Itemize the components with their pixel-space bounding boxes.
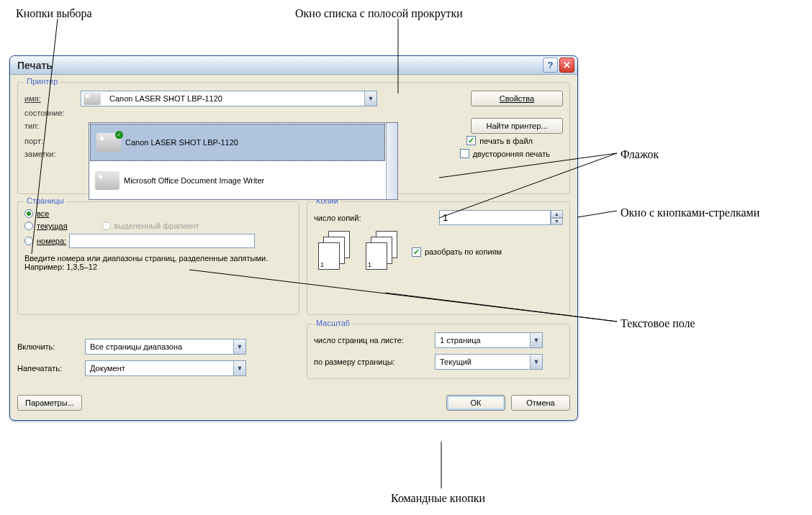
radio-numbers-label: номера:	[37, 237, 66, 245]
pages-per-sheet-combo[interactable]: 1 страница ▼	[435, 332, 543, 348]
find-printer-button[interactable]: Найти принтер...	[471, 118, 563, 134]
dropdown-item[interactable]: Microsoft Office Document Image Writer	[89, 162, 386, 199]
collate-checkbox[interactable]: ✓ разобрать по копиям	[412, 247, 502, 257]
print-what-combo[interactable]: Документ ▼	[85, 360, 246, 376]
chevron-down-icon[interactable]: ▼	[530, 355, 542, 369]
printer-icon	[95, 171, 119, 190]
print-to-file-checkbox[interactable]: ✓ печать в файл	[466, 136, 533, 145]
dropdown-item-label: Canon LASER SHOT LBP-1120	[125, 138, 238, 147]
spin-up-icon[interactable]: ▲	[551, 210, 563, 218]
properties-button[interactable]: Свойства	[471, 91, 563, 106]
callout-list: Окно списка с полосой прокрутки	[295, 7, 463, 20]
scrollbar[interactable]	[386, 123, 397, 199]
spin-down-icon[interactable]: ▼	[551, 218, 563, 226]
fit-value: Текущий	[436, 357, 530, 366]
collate-label: разобрать по копиям	[425, 247, 502, 256]
close-button[interactable]: ✕	[559, 58, 574, 73]
radio-icon	[24, 209, 33, 218]
chevron-down-icon[interactable]: ▼	[364, 91, 376, 106]
callout-radio: Кнопки выбора	[16, 7, 92, 20]
radio-icon	[102, 222, 111, 230]
check-icon: ✓	[466, 136, 476, 145]
radio-icon	[24, 222, 33, 230]
printer-name-combo[interactable]: Canon LASER SHOT LBP-1120 ▼	[81, 91, 377, 106]
radio-selection-label: выделенный фрагмент	[114, 222, 199, 230]
duplex-label: двусторонняя печать	[473, 150, 550, 158]
label-fit: по размеру страницы:	[314, 357, 435, 366]
dropdown-item-label: Microsoft Office Document Image Writer	[124, 176, 264, 185]
label-copies: число копий:	[314, 214, 393, 222]
collate-illustration: 1 1	[318, 231, 400, 271]
chevron-down-icon[interactable]: ▼	[233, 339, 245, 354]
duplex-checkbox[interactable]: двусторонняя печать	[460, 149, 550, 158]
cancel-button[interactable]: Отмена	[511, 395, 570, 411]
copies-value[interactable]	[439, 210, 551, 225]
callout-textfield: Текстовое поле	[621, 317, 695, 330]
print-what-value: Документ	[86, 364, 233, 373]
callout-checkbox: Флажок	[621, 148, 659, 161]
label-port: порт:	[24, 137, 81, 145]
radio-current[interactable]: текущая	[24, 222, 68, 230]
dropdown-item-selected[interactable]: Canon LASER SHOT LBP-1120	[90, 124, 385, 161]
label-notes: заметки:	[24, 150, 81, 158]
callout-command: Командные кнопки	[391, 492, 485, 505]
print-dialog: Печать ? ✕ Принтер имя: Canon LASER SHOT…	[9, 55, 578, 421]
scale-group-title: Масштаб	[313, 319, 353, 327]
copies-group: Копии число копий: ▲ ▼	[307, 201, 570, 315]
include-combo[interactable]: Все страницы диапазона ▼	[85, 339, 246, 355]
label-print: Напечатать:	[17, 364, 85, 373]
scale-group: Масштаб число страниц на листе: 1 страни…	[307, 324, 570, 379]
radio-current-label: текущая	[37, 222, 68, 230]
radio-selection: выделенный фрагмент	[102, 222, 199, 230]
callout-spinner: Окно с кнопками-стрелками	[621, 206, 759, 219]
pages-group-title: Страницы	[24, 196, 67, 205]
copies-spinner[interactable]: ▲ ▼	[439, 210, 563, 225]
fit-combo[interactable]: Текущий ▼	[435, 354, 543, 370]
label-type: тип:	[24, 122, 81, 130]
dialog-title: Печать	[17, 60, 541, 71]
label-pps: число страниц на листе:	[314, 336, 435, 345]
ok-button[interactable]: ОК	[446, 395, 505, 411]
svg-line-4	[577, 211, 617, 217]
printer-group: Принтер имя: Canon LASER SHOT LBP-1120 ▼…	[17, 82, 570, 194]
pages-hint: Введите номера или диапазоны страниц, ра…	[24, 254, 292, 271]
include-value: Все страницы диапазона	[86, 342, 233, 351]
printer-selected: Canon LASER SHOT LBP-1120	[105, 94, 364, 103]
radio-all[interactable]: все	[24, 209, 292, 218]
printer-group-title: Принтер	[24, 77, 60, 86]
radio-icon	[24, 237, 33, 245]
close-icon: ✕	[563, 60, 571, 70]
printer-icon	[84, 92, 101, 105]
params-button[interactable]: Параметры...	[17, 395, 82, 411]
print-to-file-label: печать в файл	[479, 137, 533, 145]
label-include: Включить:	[17, 342, 85, 351]
help-button[interactable]: ?	[543, 58, 558, 73]
printer-icon	[96, 133, 121, 152]
chevron-down-icon[interactable]: ▼	[530, 333, 542, 347]
pages-group: Страницы все текущая выделенный фрагмент	[17, 201, 299, 315]
printer-dropdown-list[interactable]: Canon LASER SHOT LBP-1120 Microsoft Offi…	[89, 122, 398, 200]
radio-numbers[interactable]: номера:	[24, 237, 66, 245]
page-numbers-input[interactable]	[69, 234, 255, 248]
check-icon: ✓	[412, 247, 421, 257]
chevron-down-icon[interactable]: ▼	[233, 361, 245, 375]
pps-value: 1 страница	[436, 336, 530, 345]
radio-all-label: все	[37, 209, 49, 218]
checkbox-empty-icon	[460, 149, 469, 158]
label-state: состояние:	[24, 109, 81, 117]
titlebar[interactable]: Печать ? ✕	[10, 56, 577, 75]
label-name: имя:	[24, 94, 81, 103]
